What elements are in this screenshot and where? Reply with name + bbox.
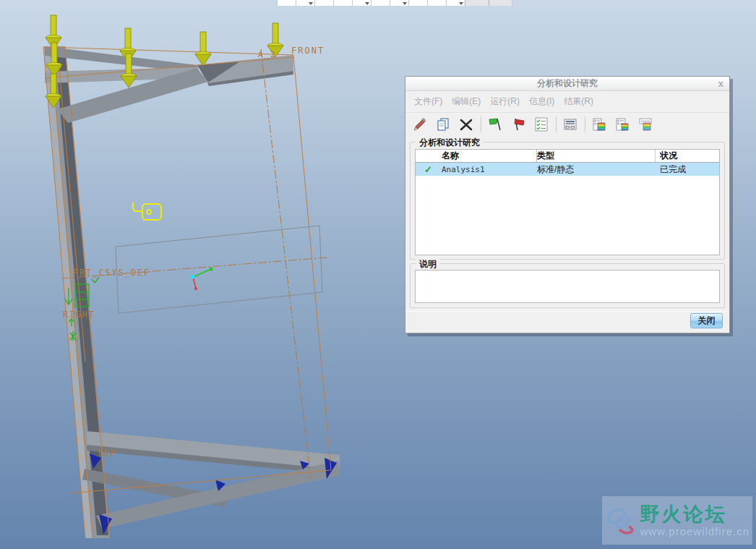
close-button[interactable]: 关闭	[690, 313, 723, 328]
toolbar-separator	[585, 116, 585, 132]
row-type: 标准/静态	[537, 163, 656, 176]
edit-button[interactable]	[411, 115, 429, 134]
checklist-icon	[533, 116, 549, 132]
butterfly-logo-icon	[605, 498, 637, 543]
table-header-row: 名称 类型 状况	[416, 150, 719, 163]
description-group-title: 说明	[416, 258, 440, 271]
studies-group-title: 分析和设计研究	[416, 137, 484, 149]
check-icon: ✓	[416, 164, 442, 175]
dialog-menubar: 文件(F) 编辑(E) 运行(R) 信息(I) 结果(R)	[405, 91, 729, 113]
dialog-titlebar[interactable]: 分析和设计研究 x	[405, 77, 729, 91]
description-textarea[interactable]	[415, 270, 720, 303]
table-row[interactable]: ✓ Analysis1 标准/静态 已完成	[416, 163, 719, 176]
csys-triad	[191, 268, 213, 291]
results-rainbow-icon	[614, 116, 630, 132]
dialog-toolbar	[405, 113, 729, 136]
run-status-button[interactable]	[561, 115, 580, 134]
footer-divider	[405, 311, 729, 312]
watermark-text: 野火论坛 www.proewildfire.cn	[640, 503, 749, 538]
copy-button[interactable]	[434, 115, 452, 134]
delete-x-icon	[458, 116, 474, 132]
results-rainbow-icon	[637, 116, 653, 132]
datum-centerlines	[61, 49, 327, 479]
toolbar-button-stub[interactable]	[446, 0, 465, 6]
review-results-button-2[interactable]	[613, 115, 632, 134]
header-name: 名称	[442, 150, 537, 162]
toolbar-separator	[481, 116, 481, 132]
review-results-button-1[interactable]	[590, 115, 609, 134]
header-type: 类型	[537, 150, 656, 162]
dropdown-arrow-icon	[459, 2, 463, 5]
toolbar-button-stub[interactable]	[489, 0, 512, 6]
toolbar-button-stub[interactable]	[465, 0, 489, 6]
menu-info[interactable]: 信息(I)	[529, 95, 554, 108]
menu-edit[interactable]: 编辑(E)	[452, 95, 481, 108]
axis-label: A_2	[258, 50, 277, 59]
menu-run[interactable]: 运行(R)	[490, 95, 520, 108]
studies-table[interactable]: 名称 类型 状况 ✓ Analysis1 标准/静态 已完成	[415, 149, 720, 255]
front-datum-label: FRONT	[291, 46, 325, 56]
toolbar-separator	[556, 116, 557, 132]
header-state: 状况	[656, 150, 719, 162]
menu-results[interactable]: 结果(R)	[564, 95, 593, 108]
toolbar-button-stub[interactable]	[408, 0, 427, 6]
review-results-button-3[interactable]	[636, 115, 655, 134]
load-tag-icon	[133, 203, 161, 220]
analysis-studies-dialog: 分析和设计研究 x 文件(F) 编辑(E) 运行(R) 信息(I) 结果(R)	[405, 76, 730, 333]
copy-icon	[435, 116, 451, 132]
red-flag-icon	[510, 116, 526, 132]
start-run-button[interactable]	[486, 115, 504, 134]
menu-file[interactable]: 文件(F)	[414, 95, 442, 108]
row-name: Analysis1	[442, 165, 537, 174]
row-state: 已完成	[656, 163, 719, 176]
run-status-icon	[562, 116, 578, 132]
stop-run-button[interactable]	[509, 115, 528, 134]
watermark-title: 野火论坛	[640, 503, 749, 525]
checklist-button[interactable]	[532, 115, 551, 134]
dialog-title: 分析和设计研究	[405, 77, 729, 90]
toolbar-button-stub[interactable]	[427, 0, 446, 6]
csys-label: PRT_CSYS_DEF	[73, 268, 150, 278]
right-datum-label: RIGHT	[63, 310, 95, 320]
results-rainbow-icon	[591, 116, 607, 132]
header-spacer	[416, 150, 442, 162]
model-viewport[interactable]: FRONT A_2 PRT_CSYS_DEF RIGHT TOP	[0, 0, 405, 549]
watermark-url: www.proewildfire.cn	[640, 525, 749, 538]
description-groupbox: 说明	[410, 263, 725, 308]
edit-pencil-icon	[412, 116, 428, 132]
studies-groupbox: 分析和设计研究 名称 类型 状况 ✓ Analysis1 标准/静态 已完成	[410, 142, 725, 260]
close-icon[interactable]: x	[718, 78, 723, 90]
green-flag-icon	[487, 116, 503, 132]
delete-button[interactable]	[457, 115, 476, 134]
top-datum-label: TOP	[97, 448, 117, 459]
forum-watermark: 野火论坛 www.proewildfire.cn	[602, 496, 752, 545]
